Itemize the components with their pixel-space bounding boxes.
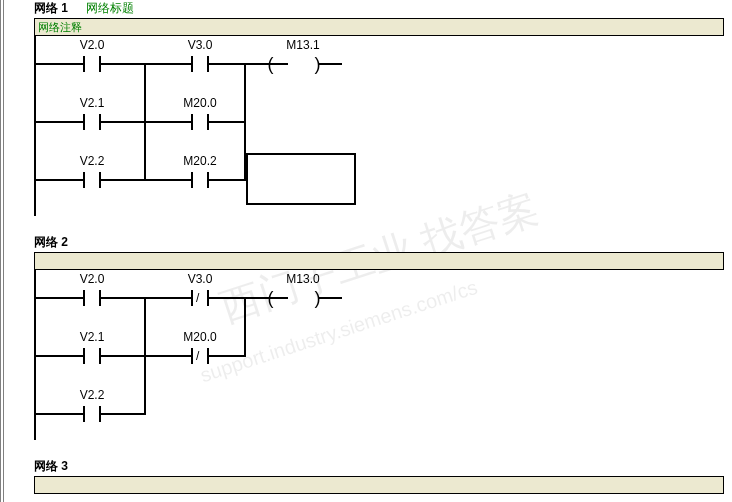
network-label: 网络 3 xyxy=(34,458,68,475)
wire xyxy=(239,63,264,65)
contact-v3.0[interactable]: V3.0 xyxy=(161,38,239,78)
function-box[interactable] xyxy=(246,153,356,205)
network-comment[interactable] xyxy=(34,476,724,494)
contact-label: V3.0 xyxy=(161,38,239,52)
wire xyxy=(36,297,53,299)
wire xyxy=(36,121,53,123)
contact-label: M20.2 xyxy=(161,154,239,168)
wire xyxy=(131,355,161,357)
contact-label: V3.0 xyxy=(161,272,239,286)
network-2: 网络 2 V2.0 V3.0 / M13.0 ( ) xyxy=(12,234,732,440)
wire xyxy=(131,121,161,123)
network-label: 网络 1 xyxy=(34,0,68,17)
contact-label: V2.1 xyxy=(53,96,131,110)
wire xyxy=(131,297,161,299)
contact-label: V2.1 xyxy=(53,330,131,344)
network-3: 网络 3 xyxy=(12,458,732,494)
network-label: 网络 2 xyxy=(34,234,68,251)
contact-label: V2.0 xyxy=(53,38,131,52)
contact-nc-m20.0[interactable]: M20.0 / xyxy=(161,330,239,370)
wire xyxy=(131,63,161,65)
plc-ladder-editor: 西门子工业 找答案 support.industry.siemens.com/c… xyxy=(0,0,732,502)
network-header: 网络 3 xyxy=(12,458,732,474)
contact-label: M20.0 xyxy=(161,96,239,110)
contact-label: M20.0 xyxy=(161,330,239,344)
wire xyxy=(239,121,246,123)
coil-m13.0[interactable]: M13.0 ( ) xyxy=(264,272,342,312)
network-1: 网络 1 网络标题 网络注释 V2.0 V3.0 M13.1 ( ) xyxy=(12,0,732,216)
contact-v2.2[interactable]: V2.2 xyxy=(53,154,131,194)
network-title[interactable]: 网络标题 xyxy=(86,0,134,17)
contact-v2.1[interactable]: V2.1 xyxy=(53,330,131,370)
wire xyxy=(239,297,264,299)
wire xyxy=(239,355,246,357)
network-comment[interactable] xyxy=(34,252,724,270)
network-comment[interactable]: 网络注释 xyxy=(34,18,724,36)
wire xyxy=(131,179,161,181)
contact-m20.0[interactable]: M20.0 xyxy=(161,96,239,136)
contact-nc-v3.0[interactable]: V3.0 / xyxy=(161,272,239,312)
branch-wire xyxy=(244,297,246,355)
coil-label: M13.0 xyxy=(264,272,342,286)
wire xyxy=(131,413,146,415)
wire xyxy=(36,355,53,357)
network-comment-text: 网络注释 xyxy=(38,21,82,33)
contact-v2.0[interactable]: V2.0 xyxy=(53,38,131,78)
rung-area: V2.0 V3.0 M13.1 ( ) V2.1 xyxy=(34,36,732,216)
network-header: 网络 1 网络标题 xyxy=(12,0,732,16)
contact-v2.1[interactable]: V2.1 xyxy=(53,96,131,136)
wire xyxy=(239,179,246,181)
coil-label: M13.1 xyxy=(264,38,342,52)
wire xyxy=(36,63,53,65)
contact-label: V2.2 xyxy=(53,388,131,402)
contact-label: V2.0 xyxy=(53,272,131,286)
wire xyxy=(36,413,53,415)
contact-label: V2.2 xyxy=(53,154,131,168)
contact-v2.2[interactable]: V2.2 xyxy=(53,388,131,428)
wire xyxy=(36,179,53,181)
contact-m20.2[interactable]: M20.2 xyxy=(161,154,239,194)
rung-area: V2.0 V3.0 / M13.0 ( ) V2.1 xyxy=(34,270,732,440)
contact-v2.0[interactable]: V2.0 xyxy=(53,272,131,312)
coil-m13.1[interactable]: M13.1 ( ) xyxy=(264,38,342,78)
network-header: 网络 2 xyxy=(12,234,732,250)
